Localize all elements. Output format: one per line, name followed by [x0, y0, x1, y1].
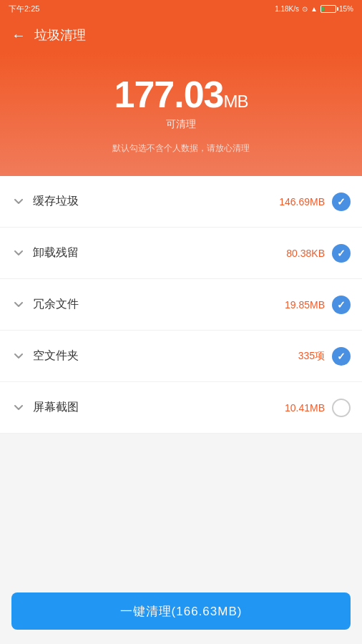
- item-size-redundant: 19.85MB: [285, 299, 325, 311]
- list-item-screenshot[interactable]: 屏幕截图10.41MB: [0, 382, 362, 434]
- chevron-down-icon: [11, 349, 26, 364]
- list-item-uninstall[interactable]: 卸载残留80.38KB: [0, 228, 362, 279]
- hero-description: 默认勾选不含个人数据，请放心清理: [14, 142, 348, 155]
- item-size-empty-folder: 335项: [298, 350, 325, 363]
- item-checkbox-screenshot[interactable]: [332, 399, 351, 417]
- network-speed: 1.18K/s: [275, 5, 299, 13]
- item-name-cache: 缓存垃圾: [33, 194, 279, 209]
- back-button[interactable]: ←: [11, 27, 26, 44]
- list-item-cache[interactable]: 缓存垃圾146.69MB: [0, 176, 362, 228]
- wifi-icon: ⊙: [302, 5, 308, 13]
- hero-label: 可清理: [14, 118, 348, 131]
- battery-percent: 15%: [339, 5, 353, 13]
- hero-size-unit: MB: [224, 92, 248, 111]
- list-item-empty-folder[interactable]: 空文件夹335项: [0, 331, 362, 382]
- chevron-down-icon: [11, 246, 26, 260]
- status-time: 下午2:25: [9, 4, 39, 14]
- item-checkbox-cache[interactable]: [332, 192, 351, 211]
- bottom-bar: 一键清理(166.63MB): [0, 584, 362, 644]
- clean-button[interactable]: 一键清理(166.63MB): [11, 592, 351, 630]
- chevron-down-icon: [11, 195, 26, 209]
- item-name-empty-folder: 空文件夹: [33, 348, 298, 364]
- page-title: 垃圾清理: [34, 26, 86, 44]
- item-size-cache: 146.69MB: [279, 196, 325, 208]
- battery-icon: [321, 5, 336, 13]
- status-bar: 下午2:25 1.18K/s ⊙ ▲ 15%: [0, 0, 362, 17]
- signal-icon: ▲: [310, 5, 318, 13]
- item-checkbox-redundant[interactable]: [332, 296, 351, 314]
- battery-fill: [322, 6, 324, 11]
- chevron-down-icon: [11, 401, 26, 415]
- item-name-uninstall: 卸载残留: [33, 245, 286, 260]
- item-checkbox-uninstall[interactable]: [332, 244, 351, 263]
- hero-size-value: 177.03: [114, 74, 223, 115]
- chevron-down-icon: [11, 298, 26, 312]
- status-right: 1.18K/s ⊙ ▲ 15%: [275, 5, 353, 13]
- item-name-redundant: 冗余文件: [33, 297, 285, 312]
- item-checkbox-empty-folder[interactable]: [332, 347, 351, 366]
- item-size-uninstall: 80.38KB: [286, 248, 325, 259]
- header: ← 垃圾清理: [0, 17, 362, 53]
- item-name-screenshot: 屏幕截图: [33, 400, 285, 415]
- item-size-screenshot: 10.41MB: [285, 402, 325, 414]
- hero-size: 177.03MB: [14, 74, 348, 115]
- list-item-redundant[interactable]: 冗余文件19.85MB: [0, 279, 362, 331]
- hero-section: 177.03MB 可清理 默认勾选不含个人数据，请放心清理: [0, 53, 362, 176]
- cleanup-list: 缓存垃圾146.69MB卸载残留80.38KB冗余文件19.85MB空文件夹33…: [0, 176, 362, 434]
